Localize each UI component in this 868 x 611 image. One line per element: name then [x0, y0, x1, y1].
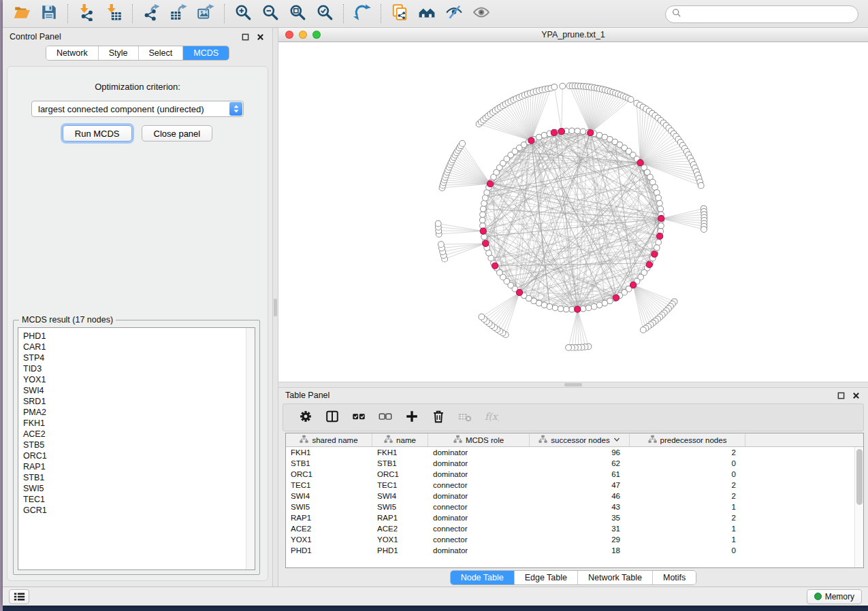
- memory-button[interactable]: Memory: [807, 589, 862, 604]
- tab-select[interactable]: Select: [139, 46, 184, 60]
- refresh-button[interactable]: [349, 2, 376, 25]
- column-header-name[interactable]: name: [372, 433, 428, 446]
- cell-predecessor-nodes: 2: [630, 448, 745, 457]
- table-row[interactable]: SWI4SWI4dominator462: [286, 491, 863, 501]
- scrollbar-thumb[interactable]: [856, 449, 863, 505]
- export-table-button[interactable]: [165, 2, 192, 25]
- export-image-button[interactable]: [192, 2, 219, 25]
- add-button[interactable]: [402, 408, 422, 428]
- splitter-grip[interactable]: [564, 383, 582, 386]
- import-table-button[interactable]: [100, 2, 127, 25]
- close-panel-icon[interactable]: [255, 31, 266, 42]
- optimization-criterion-select[interactable]: largest connected component (undirected): [31, 101, 244, 117]
- minimize-window-icon[interactable]: [299, 31, 307, 39]
- select-stepper-icon: [229, 102, 242, 116]
- cell-successor-nodes: 31: [530, 525, 630, 533]
- zoom-fit-button[interactable]: [284, 2, 311, 25]
- float-panel-icon[interactable]: [240, 31, 251, 42]
- tab-mcds[interactable]: MCDS: [183, 46, 229, 60]
- refresh-icon: [353, 3, 371, 24]
- table-row[interactable]: ORC1ORC1dominator610: [286, 469, 863, 480]
- table-row[interactable]: ACE2ACE2connector311: [286, 523, 863, 534]
- export-network-button[interactable]: [138, 2, 165, 25]
- mcds-node-item[interactable]: GCR1: [23, 505, 255, 516]
- horizontal-splitter[interactable]: [278, 382, 868, 388]
- zoom-selected-button[interactable]: [311, 2, 338, 25]
- toolbar-separator: [132, 4, 133, 23]
- search-icon: [672, 8, 681, 20]
- column-header-MCDS-role[interactable]: MCDS role: [428, 433, 530, 446]
- tab-network-table[interactable]: Network Table: [578, 571, 653, 584]
- tab-motifs[interactable]: Motifs: [653, 571, 696, 584]
- mcds-node-item[interactable]: CAR1: [23, 342, 255, 352]
- run-mcds-button[interactable]: Run MCDS: [63, 125, 132, 142]
- mcds-node-item[interactable]: TID3: [23, 363, 255, 374]
- open-file-button[interactable]: [8, 2, 35, 25]
- mcds-node-item[interactable]: FKH1: [23, 418, 255, 429]
- table-row[interactable]: FKH1FKH1dominator962: [286, 447, 863, 458]
- vertical-splitter[interactable]: [272, 28, 278, 587]
- table-scrollbar[interactable]: [854, 447, 863, 567]
- maximize-window-icon[interactable]: [312, 31, 321, 39]
- network-graph[interactable]: [278, 42, 868, 382]
- zoom-in-button[interactable]: [229, 2, 257, 25]
- column-header-predecessor-nodes[interactable]: predecessor nodes: [630, 433, 745, 446]
- mcds-node-item[interactable]: ORC1: [23, 450, 255, 461]
- import-network-button[interactable]: [73, 2, 100, 25]
- column-header-shared-name[interactable]: shared name: [286, 433, 372, 446]
- mcds-list-scrollbar[interactable]: [246, 328, 255, 569]
- network-canvas[interactable]: [278, 42, 868, 382]
- tab-style[interactable]: Style: [99, 46, 139, 60]
- table-row[interactable]: PHD1PHD1dominator180: [286, 545, 863, 556]
- deselect-all-icon: [378, 409, 393, 427]
- tab-edge-table[interactable]: Edge Table: [515, 571, 578, 584]
- select-all-button[interactable]: [349, 408, 369, 428]
- close-window-icon[interactable]: [285, 31, 293, 39]
- mcds-node-item[interactable]: SRD1: [23, 396, 255, 407]
- network-titlebar[interactable]: YPA_prune.txt_1: [278, 28, 868, 42]
- float-panel-icon[interactable]: [835, 390, 846, 401]
- close-panel-icon[interactable]: [850, 390, 861, 401]
- mcds-node-item[interactable]: YOX1: [23, 374, 255, 385]
- mcds-node-item[interactable]: TEC1: [23, 494, 255, 505]
- table-row[interactable]: TEC1TEC1connector472: [286, 480, 863, 491]
- mcds-node-item[interactable]: STB1: [23, 472, 255, 483]
- search-box[interactable]: [665, 5, 858, 23]
- table-body: FKH1FKH1dominator962STB1STB1dominator620…: [286, 447, 863, 556]
- tab-node-table[interactable]: Node Table: [451, 571, 515, 584]
- mcds-node-item[interactable]: RAP1: [23, 461, 255, 472]
- gear-button[interactable]: [295, 408, 316, 428]
- table-row[interactable]: YOX1YOX1connector291: [286, 534, 863, 545]
- clone-network-button[interactable]: [386, 2, 413, 25]
- columns-button[interactable]: [322, 408, 342, 428]
- table-header-row: shared namenameMCDS rolesuccessor nodesp…: [286, 433, 863, 447]
- optimization-criterion-label: Optimization criterion:: [7, 82, 268, 92]
- mcds-node-item[interactable]: SWI5: [23, 483, 255, 494]
- splitter-grip[interactable]: [274, 299, 277, 316]
- mcds-node-item[interactable]: STB5: [23, 440, 255, 450]
- table-row[interactable]: STB1STB1dominator620: [286, 458, 863, 469]
- mcds-node-item[interactable]: PHD1: [23, 331, 255, 342]
- table-row[interactable]: RAP1RAP1dominator352: [286, 512, 863, 523]
- column-header-successor-nodes[interactable]: successor nodes: [530, 433, 630, 446]
- mcds-node-item[interactable]: STP4: [23, 352, 255, 363]
- mcds-result-list[interactable]: PHD1CAR1STP4TID3YOX1SWI4SRD1PMA2FKH1ACE2…: [18, 327, 255, 570]
- close-panel-button[interactable]: Close panel: [142, 125, 213, 142]
- table-row[interactable]: SWI5SWI5connector431: [286, 501, 863, 512]
- zoom-out-button[interactable]: [257, 2, 284, 25]
- mcds-node-item[interactable]: PMA2: [23, 407, 255, 418]
- search-input[interactable]: [685, 7, 858, 21]
- task-history-button[interactable]: [9, 589, 29, 604]
- hide-selected-icon: [445, 3, 463, 24]
- first-neighbors-button[interactable]: [413, 2, 440, 25]
- hide-selected-button[interactable]: [440, 2, 468, 25]
- tab-network[interactable]: Network: [46, 46, 99, 60]
- delete-button[interactable]: [428, 408, 449, 428]
- save-session-button[interactable]: [35, 2, 63, 25]
- zoom-selected-icon: [316, 3, 334, 24]
- mcds-node-item[interactable]: ACE2: [23, 429, 255, 440]
- show-all-button[interactable]: [468, 2, 495, 25]
- mcds-node-item[interactable]: SWI4: [23, 385, 255, 396]
- deselect-all-button[interactable]: [375, 408, 396, 428]
- main-toolbar: [3, 0, 868, 28]
